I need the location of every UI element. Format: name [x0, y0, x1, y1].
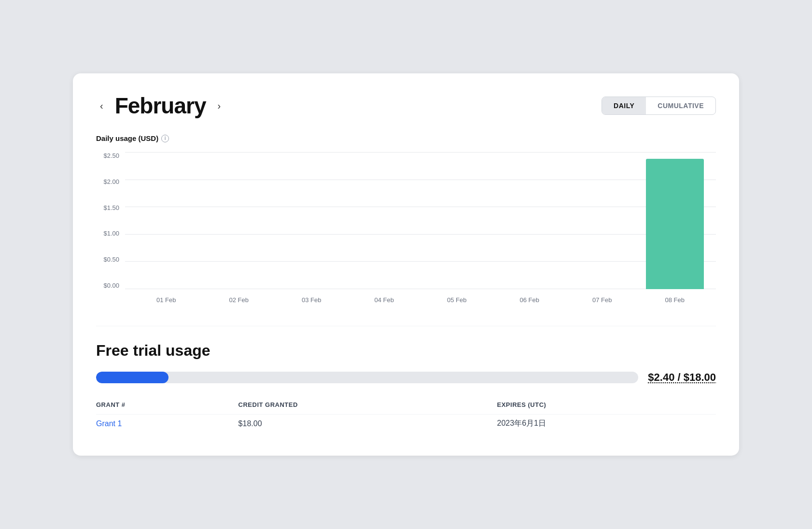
prev-month-button[interactable]: ‹	[96, 98, 107, 113]
x-axis-label: 08 Feb	[639, 289, 712, 306]
x-axis-label: 03 Feb	[275, 289, 348, 306]
grants-table-head: GRANT #CREDIT GRANTEDEXPIRES (UTC)	[96, 397, 716, 415]
y-axis-label: $2.50	[103, 152, 119, 159]
expires-cell: 2023年6月1日	[497, 415, 716, 433]
header-left: ‹ February ›	[96, 93, 224, 119]
grant-name-cell[interactable]: Grant 1	[96, 415, 238, 433]
y-axis-label: $0.50	[103, 256, 119, 263]
progress-label: $2.40 / $18.00	[648, 371, 716, 384]
y-axis-label: $0.00	[103, 282, 119, 289]
bar-group[interactable]	[348, 152, 421, 289]
free-trial-title: Free trial usage	[96, 342, 716, 360]
table-row: Grant 1$18.002023年6月1日	[96, 415, 716, 433]
next-month-button[interactable]: ›	[214, 98, 225, 113]
grants-table-body: Grant 1$18.002023年6月1日	[96, 415, 716, 433]
bars-container	[125, 152, 716, 289]
x-axis-label: 05 Feb	[420, 289, 493, 306]
bar-group[interactable]	[275, 152, 348, 289]
main-card: ‹ February › DAILY CUMULATIVE Daily usag…	[73, 73, 739, 456]
bar	[646, 159, 704, 289]
progress-track	[96, 372, 638, 383]
chart-title: Daily usage (USD) i	[96, 134, 716, 142]
free-trial-section: Free trial usage $2.40 / $18.00 GRANT #C…	[96, 326, 716, 432]
chart-body: 01 Feb02 Feb03 Feb04 Feb05 Feb06 Feb07 F…	[125, 152, 716, 306]
progress-row: $2.40 / $18.00	[96, 371, 716, 384]
y-axis-label: $1.00	[103, 230, 119, 237]
credit-granted-cell: $18.00	[238, 415, 497, 433]
table-header-cell: GRANT #	[96, 397, 238, 415]
bar-group[interactable]	[420, 152, 493, 289]
y-axis-label: $2.00	[103, 178, 119, 185]
table-header-cell: CREDIT GRANTED	[238, 397, 497, 415]
x-axis-label: 01 Feb	[130, 289, 203, 306]
y-axis: $2.50$2.00$1.50$1.00$0.50$0.00	[96, 152, 125, 306]
header: ‹ February › DAILY CUMULATIVE	[96, 93, 716, 119]
bar-group[interactable]	[203, 152, 276, 289]
x-axis-label: 07 Feb	[566, 289, 639, 306]
chart-title-text: Daily usage (USD)	[96, 134, 158, 142]
grants-table-header-row: GRANT #CREDIT GRANTEDEXPIRES (UTC)	[96, 397, 716, 415]
chart-section: Daily usage (USD) i $2.50$2.00$1.50$1.00…	[96, 134, 716, 306]
x-axis-label: 06 Feb	[493, 289, 566, 306]
progress-fill	[96, 372, 168, 383]
bar-group[interactable]	[639, 152, 712, 289]
table-header-cell: EXPIRES (UTC)	[497, 397, 716, 415]
month-title: February	[115, 93, 206, 119]
x-axis-label: 02 Feb	[203, 289, 276, 306]
x-labels: 01 Feb02 Feb03 Feb04 Feb05 Feb06 Feb07 F…	[125, 289, 716, 306]
bar-group[interactable]	[566, 152, 639, 289]
view-toggle-group: DAILY CUMULATIVE	[602, 97, 716, 115]
x-axis-label: 04 Feb	[348, 289, 421, 306]
bar-group[interactable]	[130, 152, 203, 289]
cumulative-toggle-button[interactable]: CUMULATIVE	[646, 97, 715, 114]
y-axis-label: $1.50	[103, 204, 119, 211]
chart-area: $2.50$2.00$1.50$1.00$0.50$0.00 01 Feb02 …	[96, 152, 716, 306]
grants-table: GRANT #CREDIT GRANTEDEXPIRES (UTC) Grant…	[96, 397, 716, 432]
info-icon[interactable]: i	[161, 135, 169, 142]
daily-toggle-button[interactable]: DAILY	[602, 97, 646, 114]
bar-group[interactable]	[493, 152, 566, 289]
